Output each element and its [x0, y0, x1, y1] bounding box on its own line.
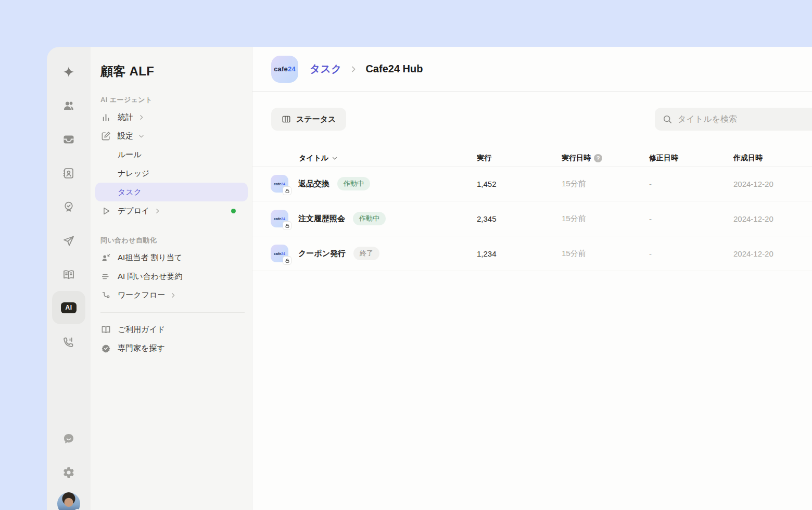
task-title: クーポン発行	[298, 249, 346, 259]
guide-book-icon	[100, 324, 111, 335]
breadcrumb-parent-tasks[interactable]: タスク	[310, 62, 341, 76]
expert-badge-icon	[100, 343, 111, 353]
run-at: 15分前	[562, 179, 649, 189]
search-input[interactable]	[678, 114, 812, 124]
run-at: 15分前	[562, 249, 649, 259]
lock-icon	[283, 222, 291, 230]
created-at: 2024-12-20	[733, 180, 812, 188]
sidebar-item-stats[interactable]: 統計	[95, 108, 248, 126]
gear-icon[interactable]	[61, 465, 76, 480]
user-avatar[interactable]	[57, 492, 80, 510]
created-at: 2024-12-20	[733, 249, 812, 258]
table-row[interactable]: cafe24 返品交換 作動中 1,452 15分前 - 2024-12-20	[252, 166, 812, 201]
sidebar-item-ai-assignee[interactable]: AI担当者 割り当て	[95, 248, 248, 267]
section-label-ai-agent: AI エージェント	[100, 95, 248, 105]
cafe24-logo: cafe24	[271, 56, 298, 83]
chevron-right-icon	[154, 207, 161, 214]
search-box	[655, 108, 812, 131]
modified-at: -	[649, 249, 733, 258]
runs-count: 1,452	[477, 180, 562, 188]
workspace-title: 顧客 ALF	[100, 63, 248, 80]
page-title: Cafe24 Hub	[365, 63, 423, 75]
status-badge: 終了	[353, 247, 379, 260]
table-row[interactable]: cafe24 クーポン発行 終了 1,234 15分前 - 2024-12-20	[252, 236, 812, 271]
columns-icon	[282, 114, 291, 124]
sidebar-divider	[100, 312, 245, 313]
cafe24-app-icon: cafe24	[271, 245, 288, 262]
chevron-down-icon	[138, 132, 145, 139]
lock-icon	[283, 187, 291, 195]
deploy-live-dot	[231, 209, 236, 213]
column-header-created-at: 作成日時	[733, 154, 812, 163]
send-icon[interactable]	[61, 234, 76, 248]
section-label-inquiry-automation: 問い合わせ自動化	[100, 236, 248, 245]
runs-count: 1,234	[477, 249, 562, 258]
sidebar: 顧客 ALF AI エージェント 統計 設定 ルール ナレッジ	[91, 47, 252, 510]
tasks-table: タイトル 実行 実行日時 ? 修正日時 作成日時 cafe24	[252, 150, 812, 271]
inbox-icon[interactable]	[61, 132, 76, 147]
column-header-title[interactable]: タイトル	[271, 154, 477, 163]
sparkle-icon[interactable]	[61, 65, 76, 79]
help-icon[interactable]: ?	[594, 154, 602, 162]
column-header-modified-at: 修正日時	[649, 154, 733, 163]
modified-at: -	[649, 214, 733, 223]
sidebar-item-workflow[interactable]: ワークフロー	[95, 286, 248, 304]
sidebar-item-guide[interactable]: ご利用ガイド	[95, 320, 248, 339]
sidebar-item-settings[interactable]: 設定	[95, 126, 248, 145]
ai-icon: AI	[61, 302, 77, 313]
task-title: 返品交換	[298, 179, 329, 189]
runs-count: 2,345	[477, 214, 562, 223]
run-at: 15分前	[562, 214, 649, 224]
table-bottom-border	[252, 271, 812, 271]
edit-icon	[100, 131, 111, 141]
modified-at: -	[649, 180, 733, 188]
main-content: cafe24 タスク Cafe24 Hub ステータス タイトル	[252, 47, 812, 510]
app-window: AI 顧客 ALF AI エージェント 統計	[47, 47, 812, 510]
column-header-run-at: 実行日時 ?	[562, 154, 649, 163]
status-badge: 作動中	[337, 177, 370, 190]
sidebar-item-deploy[interactable]: デプロイ	[95, 201, 248, 220]
task-title: 注文履歴照会	[298, 214, 345, 224]
users-icon[interactable]	[61, 98, 76, 113]
ai-rail-item-selected[interactable]: AI	[52, 291, 85, 324]
user-assign-icon	[100, 252, 111, 263]
chat-icon[interactable]	[61, 431, 76, 446]
search-icon	[662, 114, 673, 124]
page-header: cafe24 タスク Cafe24 Hub	[252, 47, 812, 92]
contact-card-icon[interactable]	[61, 166, 76, 181]
phone-volume-icon[interactable]	[61, 335, 76, 350]
book-open-icon[interactable]	[61, 267, 76, 282]
chevron-right-icon	[138, 113, 145, 121]
sidebar-item-find-expert[interactable]: 専門家を探す	[95, 339, 248, 358]
created-at: 2024-12-20	[733, 214, 812, 223]
status-badge: 作動中	[353, 212, 386, 225]
table-header-row: タイトル 実行 実行日時 ? 修正日時 作成日時	[252, 150, 812, 166]
workflow-icon	[100, 290, 111, 300]
table-row[interactable]: cafe24 注文履歴照会 作動中 2,345 15分前 - 2024-12-2…	[252, 201, 812, 236]
bar-chart-icon	[100, 112, 111, 122]
column-header-runs: 実行	[477, 154, 562, 163]
play-icon	[100, 206, 111, 216]
sidebar-item-tasks-selected[interactable]: タスク	[95, 183, 248, 201]
cafe24-app-icon: cafe24	[271, 210, 288, 227]
sort-chevron-icon	[332, 155, 338, 161]
sidebar-item-ai-summary[interactable]: AI 問い合わせ要約	[95, 267, 248, 286]
sidebar-item-knowledge[interactable]: ナレッジ	[95, 164, 248, 183]
toolbar: ステータス	[252, 108, 812, 131]
cafe24-app-icon: cafe24	[271, 175, 288, 193]
lock-icon	[283, 257, 291, 264]
sidebar-item-rules[interactable]: ルール	[95, 145, 248, 164]
status-filter-button[interactable]: ステータス	[271, 108, 346, 131]
breadcrumb-chevron-icon	[349, 65, 358, 73]
summary-lines-icon	[100, 271, 111, 282]
icon-rail: AI	[47, 47, 91, 510]
badge-check-icon[interactable]	[61, 200, 76, 214]
chevron-right-icon	[170, 291, 177, 299]
